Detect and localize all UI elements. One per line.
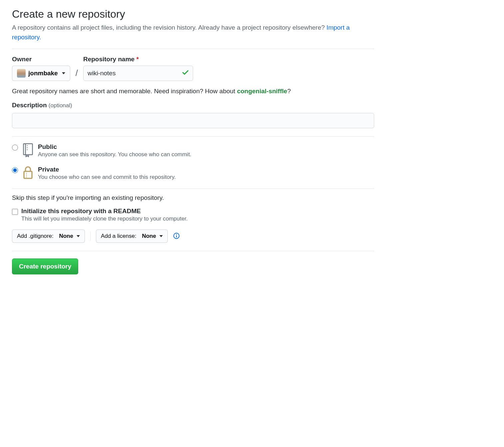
page-subtitle: A repository contains all project files,… bbox=[12, 23, 374, 42]
owner-username: jonmbake bbox=[28, 70, 58, 77]
svg-point-8 bbox=[26, 177, 27, 178]
divider bbox=[90, 231, 91, 241]
public-desc: Anyone can see this repository. You choo… bbox=[38, 151, 191, 158]
svg-rect-5 bbox=[24, 172, 32, 179]
lock-icon bbox=[22, 166, 34, 179]
skip-hint: Skip this step if you're importing an ex… bbox=[12, 194, 374, 202]
private-desc: You choose who can see and commit to thi… bbox=[38, 174, 176, 181]
init-readme-desc: This will let you immediately clone the … bbox=[21, 216, 188, 222]
svg-rect-11 bbox=[176, 235, 177, 237]
svg-point-4 bbox=[27, 149, 28, 150]
license-select[interactable]: Add a license: None bbox=[96, 229, 168, 243]
name-suggestion[interactable]: congenial-sniffle bbox=[237, 88, 287, 95]
avatar bbox=[17, 69, 26, 78]
init-readme-title: Initialize this repository with a README bbox=[21, 208, 188, 215]
caret-down-icon bbox=[159, 235, 163, 237]
init-readme-checkbox[interactable] bbox=[12, 209, 18, 215]
create-repository-button[interactable]: Create repository bbox=[12, 258, 78, 274]
repo-name-input[interactable] bbox=[83, 66, 193, 81]
caret-down-icon bbox=[77, 235, 80, 237]
svg-point-6 bbox=[26, 173, 27, 174]
name-hint: Great repository names are short and mem… bbox=[12, 88, 374, 95]
public-title: Public bbox=[38, 143, 191, 151]
page-title: Create a new repository bbox=[12, 8, 374, 20]
svg-rect-0 bbox=[24, 144, 33, 155]
owner-select[interactable]: jonmbake bbox=[12, 66, 70, 81]
subtitle-text: A repository contains all project files,… bbox=[12, 24, 327, 31]
public-radio[interactable] bbox=[12, 145, 18, 151]
svg-point-2 bbox=[27, 145, 28, 146]
private-title: Private bbox=[38, 166, 176, 173]
caret-down-icon bbox=[62, 72, 65, 74]
owner-label: Owner bbox=[12, 56, 70, 63]
description-input[interactable] bbox=[12, 113, 374, 128]
optional-hint: (optional) bbox=[49, 102, 72, 109]
gitignore-select[interactable]: Add .gitignore: None bbox=[12, 229, 85, 243]
repo-icon bbox=[22, 143, 34, 157]
repo-name-label: Repository name * bbox=[83, 56, 193, 63]
private-radio[interactable] bbox=[12, 167, 18, 173]
description-label: Description (optional) bbox=[12, 102, 374, 109]
info-icon[interactable] bbox=[173, 232, 180, 240]
svg-point-10 bbox=[176, 234, 177, 235]
svg-point-3 bbox=[27, 147, 28, 148]
check-icon bbox=[182, 69, 189, 78]
path-separator: / bbox=[73, 68, 81, 81]
svg-point-7 bbox=[26, 175, 27, 176]
required-mark: * bbox=[136, 56, 138, 63]
